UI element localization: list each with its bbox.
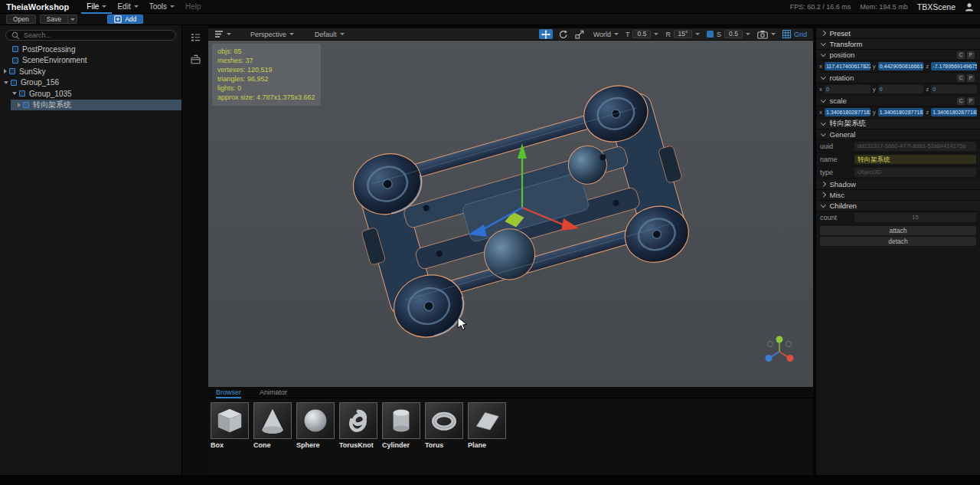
uuid-row: uuid dd131317-5660-477f-8db1-53a84414175… (816, 140, 980, 153)
section-position[interactable]: position C P (816, 50, 980, 61)
translate-tool-button[interactable] (539, 29, 553, 39)
section-preset[interactable]: Preset (816, 28, 980, 39)
cube-icon (23, 102, 29, 108)
caret-down-icon[interactable] (12, 92, 17, 95)
viewport-canvas[interactable]: objs: 85 meshes: 37 vertexes: 120,519 tr… (208, 41, 813, 387)
rotation-y-input[interactable]: 0 (878, 85, 924, 93)
snap-scale-checkbox[interactable] (707, 31, 714, 38)
axis-neg-ball[interactable] (786, 341, 791, 346)
tree-item-group156[interactable]: Group_156 (0, 77, 181, 89)
memory-readout: Mem: 194.5 mb (860, 3, 908, 11)
asset-thumbnail[interactable] (425, 402, 463, 439)
section-rotation[interactable]: rotation C P (816, 73, 980, 84)
space-dropdown[interactable]: World (593, 31, 619, 38)
chevron-down-icon[interactable] (746, 33, 750, 35)
attach-button[interactable]: attach (820, 226, 976, 235)
scale-y-input[interactable]: 1.3406180287718383 (878, 108, 924, 116)
tree-item-sceneenvironment[interactable]: SceneEnvironment (0, 55, 181, 67)
rotation-z-input[interactable]: 0 (931, 85, 977, 93)
asset-torus[interactable]: Torus (425, 402, 466, 449)
asset-thumbnail[interactable] (296, 402, 335, 439)
snap-scale-value[interactable]: 0.5 (724, 30, 743, 38)
menu-file[interactable]: File (81, 0, 112, 14)
shading-dropdown[interactable]: Default (315, 31, 345, 38)
axis-z-ball[interactable] (766, 355, 773, 362)
tab-animator[interactable]: Animator (260, 387, 287, 398)
caret-right-icon[interactable] (18, 103, 21, 107)
camera-capture-button[interactable] (757, 30, 776, 39)
asset-plane[interactable]: Plane (468, 402, 508, 449)
position-z-input[interactable]: -7.178956914967597 (931, 62, 977, 70)
assets-panel-button[interactable] (189, 53, 201, 65)
detach-button[interactable]: detach (820, 237, 976, 246)
asset-thumbnail[interactable] (211, 402, 249, 439)
menu-edit[interactable]: Edit (112, 0, 143, 14)
section-misc[interactable]: Misc (816, 190, 980, 201)
asset-thumbnail[interactable] (382, 402, 420, 439)
axis-gizmo[interactable] (763, 333, 796, 367)
asset-cylinder[interactable]: Cylinder (382, 402, 423, 449)
save-dropdown-button[interactable] (68, 15, 77, 24)
grid-toggle[interactable]: Grid (782, 30, 807, 38)
section-object[interactable]: 转向架系统 (816, 119, 980, 129)
axis-y-ball[interactable] (776, 336, 783, 343)
section-shadow[interactable]: Shadow (816, 179, 980, 190)
user-icon[interactable] (965, 2, 974, 11)
paste-button[interactable]: P (967, 74, 975, 82)
name-input[interactable]: 转向架系统 (854, 155, 976, 164)
add-button[interactable]: Add (107, 15, 143, 24)
chevron-down-icon (134, 5, 139, 8)
caret-right-icon[interactable] (4, 69, 7, 74)
axis-neg-ball[interactable] (767, 341, 773, 346)
section-children[interactable]: Children (816, 201, 980, 211)
copy-button[interactable]: C (957, 74, 965, 82)
scale-z-input[interactable]: 1.3406180287718383 (931, 108, 977, 116)
asset-cone[interactable]: Cone (253, 402, 294, 449)
tree-item-postprocessing[interactable]: PostProcessing (0, 44, 181, 55)
asset-sphere[interactable]: Sphere (296, 402, 337, 449)
tree-item-bogie-selected[interactable]: 转向架系统 (11, 100, 181, 111)
axis-x-ball[interactable] (787, 355, 794, 362)
bogie-model[interactable] (342, 74, 706, 348)
rotation-x-input[interactable]: 0 (825, 85, 871, 93)
tree-item-group1035[interactable]: Group_1035 (0, 88, 181, 100)
asset-thumbnail[interactable] (253, 402, 292, 439)
scene-stats-overlay: objs: 85 meshes: 37 vertexes: 120,519 tr… (212, 44, 321, 106)
chevron-down-icon[interactable] (654, 33, 658, 35)
open-button[interactable]: Open (6, 15, 36, 24)
snap-translate-value[interactable]: 0.5 (632, 30, 651, 38)
chevron-down-icon[interactable] (695, 33, 700, 35)
asset-thumbnail[interactable] (339, 402, 377, 439)
cylinder-thumb-icon (386, 405, 416, 436)
tree-item-sunsky[interactable]: SunSky (0, 66, 181, 77)
viewport-menu-button[interactable] (214, 30, 231, 38)
snap-rotate-value[interactable]: 15° (674, 30, 692, 38)
search-icon (11, 31, 20, 40)
asset-torusknot[interactable]: TorusKnot (339, 402, 380, 449)
projection-dropdown[interactable]: Perspective (250, 31, 294, 38)
save-button[interactable]: Save (40, 15, 68, 24)
section-general[interactable]: General (816, 129, 980, 140)
paste-button[interactable]: P (967, 51, 975, 59)
menu-help[interactable]: Help (180, 0, 207, 14)
search-box[interactable] (5, 30, 176, 41)
rotate-tool-button[interactable] (556, 29, 570, 39)
tab-browser[interactable]: Browser (216, 387, 241, 398)
menu-tools[interactable]: Tools (144, 0, 180, 14)
section-scale[interactable]: scale C P (816, 96, 980, 107)
position-x-input[interactable]: 117.41740061782245 (825, 62, 871, 70)
section-transform[interactable]: Transform (816, 39, 980, 50)
paste-button[interactable]: P (967, 97, 975, 105)
copy-button[interactable]: C (957, 51, 965, 59)
asset-box[interactable]: Box (211, 402, 251, 449)
asset-thumbnail[interactable] (468, 402, 506, 439)
bottom-strip (0, 475, 980, 485)
position-y-input[interactable]: 0.4429050816661803 (878, 62, 924, 70)
caret-down-icon[interactable] (4, 81, 8, 84)
snap-scale-group: S 0.5 (707, 30, 750, 38)
outliner-panel-button[interactable] (189, 31, 201, 44)
scale-x-input[interactable]: 1.3406180287718383 (825, 108, 871, 116)
copy-button[interactable]: C (957, 97, 965, 105)
search-input[interactable] (24, 31, 170, 39)
scale-tool-button[interactable] (573, 29, 586, 39)
